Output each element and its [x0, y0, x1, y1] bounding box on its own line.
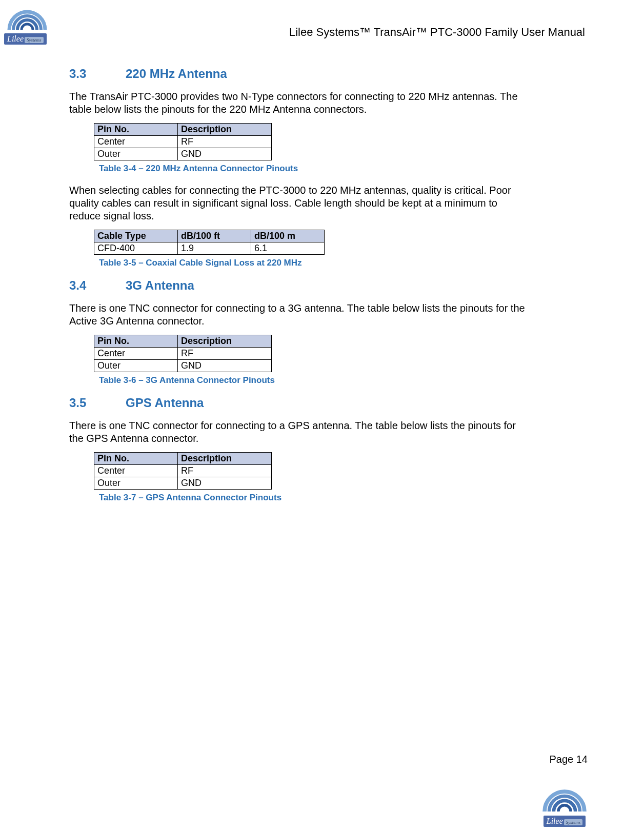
th-cable-type: Cable Type — [94, 230, 178, 242]
cell: Outer — [94, 360, 178, 372]
content-area: 3.3220 MHz Antenna The TransAir PTC-3000… — [69, 56, 531, 513]
cell: Center — [94, 348, 178, 360]
brand-name: Lilee — [547, 817, 563, 825]
th-pin-no: Pin No. — [94, 124, 178, 136]
th-description: Description — [178, 124, 272, 136]
th-pin-no: Pin No. — [94, 335, 178, 348]
arc-icon — [4, 4, 50, 32]
brand-tag: Systems — [25, 37, 44, 43]
paragraph: When selecting cables for connecting the… — [69, 184, 531, 222]
brand-name: Lilee — [7, 34, 24, 43]
table-caption-3-7: Table 3-7 – GPS Antenna Connector Pinout… — [99, 493, 531, 503]
cell: GND — [178, 477, 272, 490]
cell: Outer — [94, 148, 178, 160]
paragraph: The TransAir PTC-3000 provides two N-Typ… — [69, 90, 531, 116]
table-caption-3-5: Table 3-5 – Coaxial Cable Signal Loss at… — [99, 258, 531, 268]
table-3-4: Pin No. Description Center RF Outer GND — [94, 123, 531, 160]
table-3-5: Cable Type dB/100 ft dB/100 m CFD-400 1.… — [94, 230, 531, 255]
table-row: CFD-400 1.9 6.1 — [94, 242, 325, 255]
cell: Center — [94, 465, 178, 477]
document-page: Lilee Systems™ TransAir™ PTC-3000 Family… — [0, 0, 644, 832]
brand-tag: Systems — [564, 819, 583, 825]
brand-logo-top: LileeSystems — [4, 4, 50, 45]
section-heading-3-3: 3.3220 MHz Antenna — [69, 67, 531, 81]
section-title: 220 MHz Antenna — [126, 67, 227, 80]
paragraph: There is one TNC connector for connectin… — [69, 419, 531, 445]
table-row: Center RF — [94, 465, 272, 477]
table-row: Outer GND — [94, 360, 272, 372]
cell: GND — [178, 360, 272, 372]
table-row: Center RF — [94, 348, 272, 360]
cell: Outer — [94, 477, 178, 490]
cell: RF — [178, 465, 272, 477]
th-description: Description — [178, 453, 272, 465]
table-row: Outer GND — [94, 148, 272, 160]
cell: GND — [178, 148, 272, 160]
cell: 1.9 — [178, 242, 251, 255]
table-caption-3-6: Table 3-6 – 3G Antenna Connector Pinouts — [99, 375, 531, 385]
th-description: Description — [178, 335, 272, 348]
th-db-100m: dB/100 m — [251, 230, 325, 242]
table-caption-3-4: Table 3-4 – 220 MHz Antenna Connector Pi… — [99, 164, 531, 174]
section-heading-3-4: 3.43G Antenna — [69, 278, 531, 293]
table-3-7: Pin No. Description Center RF Outer GND — [94, 452, 531, 490]
section-number: 3.5 — [69, 396, 126, 410]
cell: Center — [94, 136, 178, 148]
th-pin-no: Pin No. — [94, 453, 178, 465]
cell: RF — [178, 136, 272, 148]
section-heading-3-5: 3.5GPS Antenna — [69, 396, 531, 410]
section-number: 3.4 — [69, 278, 126, 293]
arc-icon — [539, 783, 590, 815]
page-number: Page 14 — [549, 754, 588, 765]
section-title: GPS Antenna — [126, 396, 204, 410]
cell: 6.1 — [251, 242, 325, 255]
brand-badge: LileeSystems — [4, 33, 47, 45]
paragraph: There is one TNC connector for connectin… — [69, 302, 531, 328]
brand-logo-bottom: LileeSystems — [539, 783, 590, 827]
section-title: 3G Antenna — [126, 278, 194, 292]
brand-badge: LileeSystems — [544, 816, 586, 827]
table-row: Center RF — [94, 136, 272, 148]
th-db-100ft: dB/100 ft — [178, 230, 251, 242]
table-row: Outer GND — [94, 477, 272, 490]
cell: RF — [178, 348, 272, 360]
section-number: 3.3 — [69, 67, 126, 81]
page-header: Lilee Systems™ TransAir™ PTC-3000 Family… — [289, 26, 585, 39]
table-3-6: Pin No. Description Center RF Outer GND — [94, 335, 531, 372]
cell: CFD-400 — [94, 242, 178, 255]
